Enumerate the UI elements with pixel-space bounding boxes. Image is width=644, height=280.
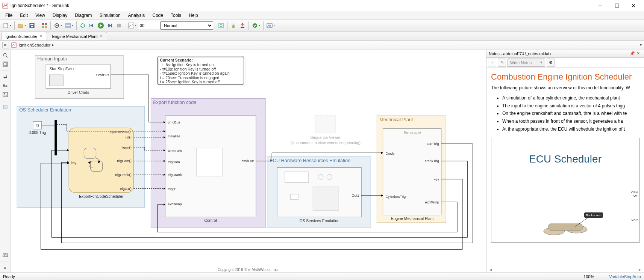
notes-mode-text: Write Notes	[510, 60, 532, 65]
pin-icon[interactable]: 📌	[630, 51, 635, 56]
run-button[interactable]	[96, 21, 105, 30]
data-inspector-button[interactable]	[127, 21, 136, 30]
toggle-sample-time-icon[interactable]: ⇄	[1, 72, 9, 81]
diagram-canvas[interactable]: Human Inputs StartStopTwice CmdBus Drive…	[11, 50, 486, 272]
config-button[interactable]	[52, 21, 61, 30]
model-explorer-dropdown-icon[interactable]: ▾	[72, 24, 75, 27]
trigger-text: f()	[36, 123, 39, 127]
view-switch-icon[interactable]: ▾	[640, 43, 642, 47]
tab-close-icon[interactable]: ✕	[39, 34, 43, 39]
menu-code[interactable]: Code	[148, 12, 167, 19]
stop-button[interactable]	[114, 21, 123, 30]
notes-header: Notes - arduinoECU_notes.mldatx 📌 ✕	[486, 50, 644, 58]
edit-button[interactable]: ✎	[498, 59, 506, 67]
sim-mode-select[interactable]: Normal	[161, 21, 213, 30]
menu-analysis[interactable]: Analysis	[124, 12, 149, 19]
solver-text[interactable]: VariableStepAuto	[609, 274, 641, 279]
image-icon[interactable]	[1, 90, 9, 99]
control-port-cmdbus: cmdBus	[168, 120, 180, 124]
area-icon[interactable]	[1, 103, 9, 111]
seq-viewer-title: Sequence Viewer	[310, 135, 341, 140]
menu-file[interactable]: File	[2, 12, 16, 19]
nav-up-icon[interactable]	[11, 42, 17, 48]
menu-edit[interactable]: Edit	[16, 12, 32, 19]
notes-mode-select[interactable]: Write Notes ▾	[508, 59, 545, 67]
fast-restart-button[interactable]	[78, 21, 87, 30]
notes-heading: Combustion Engine Ignition Scheduler	[491, 72, 639, 82]
scheduler-port-init: init()	[125, 135, 132, 139]
advisor-check-button[interactable]	[250, 21, 259, 30]
explorer-bar-icon[interactable]	[1, 60, 9, 68]
logic-analyzer-button[interactable]	[265, 21, 274, 30]
step-forward-button[interactable]	[105, 21, 114, 30]
status-text: Ready	[3, 274, 583, 279]
svg-point-33	[4, 254, 6, 256]
close-icon[interactable]: ✕	[636, 51, 642, 56]
deploy-button[interactable]	[238, 21, 247, 30]
driver-cmds-label: Driver Cmds	[68, 90, 89, 95]
driver-cmds-port: CmdBus	[96, 73, 109, 77]
label-of: OF	[631, 194, 638, 197]
new-model-button[interactable]	[2, 21, 11, 30]
advisor-dropdown-icon[interactable]: ▾	[259, 24, 262, 27]
notes-scrollbar[interactable]: ◄►	[486, 266, 644, 272]
open-dropdown-icon[interactable]: ▾	[24, 24, 27, 27]
notes-bullet: When a tooth passes in front of the sens…	[502, 118, 639, 125]
annotation-line-4: t = 20sec: Transmittion is engaged	[160, 76, 220, 80]
breadcrumb-path[interactable]: ignitionScheduler ▸	[19, 42, 54, 47]
gear-icon[interactable]: ⚙	[547, 59, 555, 67]
notes-body[interactable]: Combustion Engine Ignition Scheduler The…	[486, 68, 644, 266]
control-port-trigcam: trigCam	[168, 160, 180, 164]
minimize-button[interactable]: ─	[592, 0, 609, 11]
menu-view[interactable]: View	[32, 12, 49, 19]
menu-simulation[interactable]: Simulation	[96, 12, 124, 19]
svg-rect-18	[129, 23, 134, 28]
breadcrumb-model[interactable]: ignitionScheduler	[19, 43, 50, 47]
build-button[interactable]	[229, 21, 238, 30]
model-explorer-button[interactable]	[64, 21, 73, 30]
chevron-down-icon: ▾	[540, 60, 542, 65]
data-inspector-dropdown-icon[interactable]: ▾	[135, 24, 138, 27]
annotation-icon[interactable]: A≡	[1, 81, 9, 90]
tab-close-icon[interactable]: ✕	[100, 34, 103, 39]
menu-diagram[interactable]: Diagram	[71, 12, 95, 19]
notes-bullet-list: A simulation of a four cylinder engine, …	[491, 95, 639, 132]
group-title-mech: Mechnical Plant	[379, 117, 413, 122]
stop-time-input[interactable]	[138, 22, 161, 29]
menu-display[interactable]: Display	[49, 12, 71, 19]
nav-up-button[interactable]: ↑	[488, 59, 496, 67]
new-model-dropdown-icon[interactable]: ▾	[10, 24, 13, 27]
breadcrumb: ⇤ ignitionScheduler ▸ ▾	[0, 41, 644, 50]
block-sequence-viewer[interactable]	[315, 116, 336, 133]
screenshot-icon[interactable]	[1, 251, 9, 259]
maximize-button[interactable]: ☐	[609, 0, 625, 11]
svg-rect-28	[4, 63, 7, 66]
logic-analyzer-dropdown-icon[interactable]: ▾	[273, 24, 276, 27]
notes-bullet: A simulation of a four cylinder engine, …	[502, 95, 639, 101]
main-toolbar: ▾ ▾ ▾ ▾ ▾ Normal ▾ ▾	[0, 20, 644, 32]
expand-right-icon[interactable]: »	[1, 263, 9, 272]
zoom-level[interactable]: 100%	[583, 274, 594, 279]
menu-help[interactable]: Help	[185, 12, 202, 19]
step-back-button[interactable]	[87, 21, 96, 30]
zoom-fit-icon[interactable]	[1, 51, 9, 59]
open-button[interactable]	[16, 21, 25, 30]
scheduler-port-trigcrank: trigCrank()	[115, 173, 131, 177]
tab-engine-mechanical-plant[interactable]: Engine Mechanical Plant ✕	[48, 32, 107, 40]
os-services-out: Out1	[352, 194, 359, 197]
config-dropdown-icon[interactable]: ▾	[61, 24, 64, 27]
svg-rect-5	[42, 23, 44, 25]
hide-explorer-icon[interactable]: ⇤	[2, 42, 9, 48]
diagram-svg: Human Inputs StartStopTwice CmdBus Drive…	[11, 50, 486, 272]
scheduler-label: ExportFcnCodeScheduler	[79, 194, 124, 199]
tab-ignition-scheduler[interactable]: ignitionScheduler ✕	[2, 32, 47, 40]
library-browser-button[interactable]	[40, 21, 49, 30]
close-button[interactable]: ✕	[625, 0, 642, 11]
update-diagram-button[interactable]	[217, 21, 226, 30]
menu-tools[interactable]: Tools	[167, 12, 185, 19]
annotation-line-2: - t=10s: Ignition Key is turned off	[160, 67, 216, 71]
control-port-exhtemp: exhTemp	[168, 202, 182, 206]
save-button[interactable]	[27, 21, 36, 30]
mech-port-exhtemp: exhTemp	[425, 200, 439, 204]
rocker-arm-label: Rocker arm	[586, 214, 602, 217]
